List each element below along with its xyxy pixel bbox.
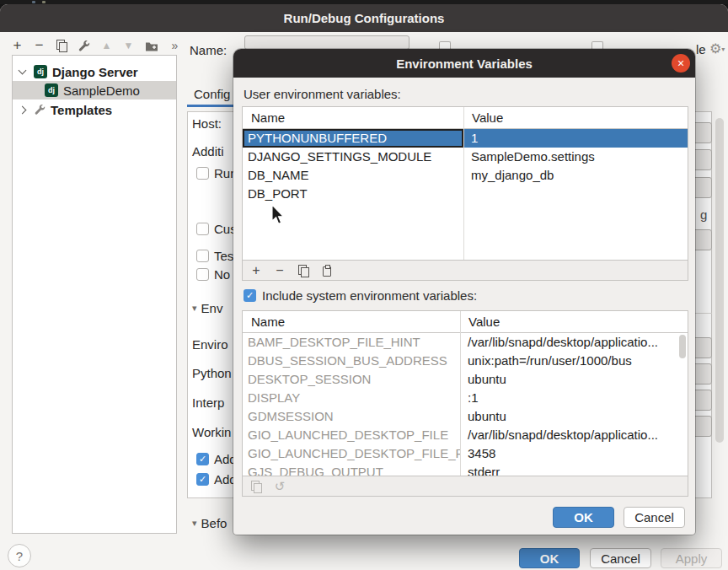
- system-env-row[interactable]: GDMSESSIONubuntu: [243, 407, 688, 426]
- cancel-button[interactable]: Cancel: [590, 548, 651, 568]
- env-name-cell[interactable]: DJANGO_SETTINGS_MODULE: [243, 148, 463, 166]
- apply-button[interactable]: Apply: [661, 548, 722, 568]
- env-name-cell[interactable]: GJS_DEBUG_OUTPUT: [243, 463, 460, 476]
- env-name-cell[interactable]: DISPLAY: [243, 389, 460, 407]
- checkbox-checked-icon[interactable]: ✓: [244, 289, 256, 302]
- env-value-cell[interactable]: ubuntu: [460, 407, 688, 426]
- window-titlebar[interactable]: Run/Debug Configurations: [0, 4, 728, 32]
- field-fragment[interactable]: [693, 390, 712, 411]
- checkbox-fragment[interactable]: [592, 41, 603, 49]
- env-value-cell[interactable]: ubuntu: [460, 370, 688, 389]
- dialog-cancel-button[interactable]: Cancel: [624, 507, 685, 528]
- tab-configuration[interactable]: Config: [187, 86, 233, 101]
- env-value-cell[interactable]: unix:path=/run/user/1000/bus: [460, 352, 688, 370]
- checkbox-icon[interactable]: [196, 167, 209, 180]
- field-fragment[interactable]: [693, 229, 712, 250]
- env-value-cell[interactable]: /var/lib/snapd/desktop/applicatio...: [460, 426, 688, 444]
- env-value-cell[interactable]: :1: [460, 389, 688, 407]
- ok-button[interactable]: OK: [519, 548, 580, 568]
- copy-icon[interactable]: [249, 480, 263, 493]
- form-checkbox-fragment[interactable]: ✓Add: [187, 451, 233, 466]
- field-fragment[interactable]: [693, 122, 712, 143]
- help-button[interactable]: ?: [8, 544, 31, 567]
- env-value-cell[interactable]: 1: [463, 129, 688, 148]
- gear-icon[interactable]: ⚙▾: [709, 40, 725, 56]
- user-env-row[interactable]: DB_NAMEmy_django_db: [243, 166, 688, 185]
- system-env-row[interactable]: DBUS_SESSION_BUS_ADDRESSunix:path=/run/u…: [243, 352, 688, 370]
- env-name-cell[interactable]: DB_NAME: [243, 166, 463, 185]
- move-up-icon[interactable]: ▲: [101, 39, 112, 52]
- form-checkbox-fragment[interactable]: Run: [187, 165, 233, 180]
- tree-item-sampledemo[interactable]: dj SampleDemo: [13, 81, 176, 99]
- checkbox-checked-icon[interactable]: ✓: [196, 453, 209, 465]
- section-collapse-triangle-icon[interactable]: ▾: [192, 303, 197, 314]
- checkbox-icon[interactable]: [196, 250, 209, 262]
- copy-configuration-icon[interactable]: [56, 39, 67, 52]
- system-env-row[interactable]: GJS_DEBUG_OUTPUTstderr: [243, 463, 688, 476]
- env-value-cell[interactable]: /var/lib/snapd/desktop/applicatio...: [460, 333, 688, 352]
- copy-icon[interactable]: [297, 264, 310, 277]
- chevron-down-icon[interactable]: [19, 67, 27, 75]
- field-fragment[interactable]: [693, 149, 712, 170]
- env-name-cell[interactable]: GIO_LAUNCHED_DESKTOP_FILE_PID: [243, 444, 460, 463]
- paste-icon[interactable]: [320, 264, 334, 277]
- form-checkbox-fragment[interactable]: ✓Add: [187, 471, 233, 487]
- env-value-cell[interactable]: 3458: [460, 444, 688, 463]
- env-value-cell[interactable]: stderr: [460, 463, 688, 476]
- form-checkbox-fragment[interactable]: Tes: [187, 248, 233, 263]
- close-icon[interactable]: ×: [672, 54, 690, 73]
- tree-item-django-server[interactable]: dj Django Server: [13, 62, 176, 81]
- dialog-ok-button[interactable]: OK: [553, 507, 614, 528]
- system-env-row[interactable]: DISPLAY:1: [243, 389, 688, 407]
- dialog-titlebar[interactable]: Environment Variables ×: [233, 49, 695, 78]
- env-name-cell[interactable]: DESKTOP_SESSION: [243, 370, 460, 389]
- system-env-row[interactable]: GIO_LAUNCHED_DESKTOP_FILE_PID3458: [243, 444, 688, 463]
- remove-configuration-icon[interactable]: −: [34, 39, 45, 52]
- field-fragment[interactable]: [693, 363, 712, 384]
- chevron-right-icon[interactable]: [19, 105, 27, 114]
- env-name-cell[interactable]: DBUS_SESSION_BUS_ADDRESS: [243, 352, 460, 370]
- revert-icon[interactable]: ↺: [273, 480, 286, 493]
- env-name-cell[interactable]: DB_PORT: [243, 185, 463, 203]
- form-checkbox-fragment[interactable]: No: [187, 266, 233, 282]
- add-configuration-icon[interactable]: +: [12, 39, 23, 52]
- env-value-cell[interactable]: SampleDemo.settings: [463, 148, 688, 166]
- checkbox-icon[interactable]: [196, 268, 209, 281]
- system-env-row[interactable]: DESKTOP_SESSIONubuntu: [243, 370, 688, 389]
- more-actions-icon[interactable]: »: [169, 39, 180, 52]
- scrollbar[interactable]: [715, 118, 724, 443]
- env-value-cell[interactable]: [463, 185, 688, 203]
- env-name-cell[interactable]: BAMF_DESKTOP_FILE_HINT: [243, 333, 460, 352]
- form-section-fragment[interactable]: ▾Befo: [187, 515, 233, 530]
- checkbox-fragment[interactable]: [439, 41, 451, 49]
- form-section-fragment[interactable]: ▾Env: [187, 300, 233, 315]
- include-system-env-checkbox[interactable]: ✓ Include system environment variables:: [244, 288, 477, 303]
- system-env-row[interactable]: BAMF_DESKTOP_FILE_HINT/var/lib/snapd/des…: [243, 333, 688, 352]
- edit-templates-wrench-icon[interactable]: [78, 39, 90, 52]
- field-fragment[interactable]: [693, 177, 712, 198]
- checkbox-checked-icon[interactable]: ✓: [196, 473, 209, 486]
- name-input[interactable]: [244, 35, 410, 50]
- form-checkbox-fragment[interactable]: Cus: [187, 221, 233, 236]
- move-down-icon[interactable]: ▼: [123, 39, 134, 52]
- add-variable-icon[interactable]: +: [249, 264, 263, 277]
- env-value-cell[interactable]: my_django_db: [463, 166, 688, 185]
- scrollbar-thumb[interactable]: [679, 335, 686, 358]
- tree-item-templates[interactable]: Templates: [13, 100, 176, 119]
- user-env-row[interactable]: PYTHONUNBUFFERED1: [243, 129, 688, 148]
- user-env-row[interactable]: DB_PORT: [243, 185, 688, 203]
- system-table-scrollbar[interactable]: [679, 335, 686, 476]
- user-env-row[interactable]: DJANGO_SETTINGS_MODULESampleDemo.setting…: [243, 148, 688, 166]
- system-env-row[interactable]: GIO_LAUNCHED_DESKTOP_FILE/var/lib/snapd/…: [243, 426, 688, 444]
- checkbox-icon[interactable]: [196, 223, 209, 235]
- new-folder-icon[interactable]: [145, 39, 158, 52]
- column-divider[interactable]: [460, 311, 461, 476]
- env-name-cell[interactable]: PYTHONUNBUFFERED: [243, 129, 463, 148]
- field-fragment[interactable]: [693, 337, 712, 358]
- column-divider[interactable]: [463, 107, 464, 260]
- section-collapse-triangle-icon[interactable]: ▾: [192, 518, 197, 529]
- env-name-cell[interactable]: GIO_LAUNCHED_DESKTOP_FILE: [243, 426, 460, 444]
- field-fragment[interactable]: [693, 416, 712, 437]
- env-name-cell[interactable]: GDMSESSION: [243, 407, 460, 426]
- remove-variable-icon[interactable]: −: [273, 264, 286, 277]
